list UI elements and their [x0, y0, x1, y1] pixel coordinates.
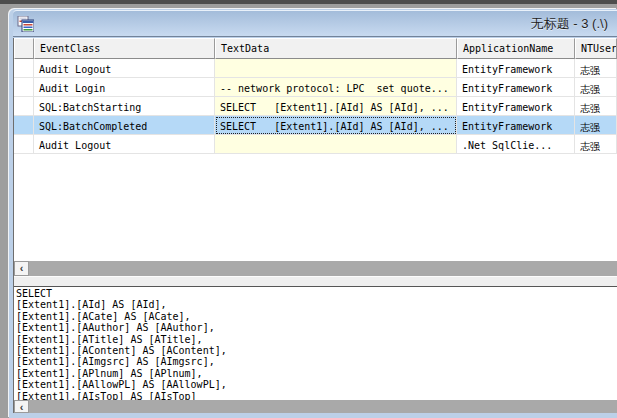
table-row[interactable]: Audit Login -- network protocol: LPC set…: [14, 78, 617, 97]
sql-detail-panel: SELECT [Extent1].[AId] AS [AId], [Extent…: [14, 286, 617, 400]
column-header-textdata[interactable]: TextData: [215, 38, 457, 59]
row-selector-cell[interactable]: [14, 97, 34, 116]
cell-nt-user-name[interactable]: 志强: [575, 78, 617, 97]
detail-horizontal-scrollbar[interactable]: ‹: [14, 400, 617, 413]
grid-horizontal-scrollbar[interactable]: ‹: [14, 261, 617, 276]
trace-window-icon[interactable]: [17, 16, 34, 32]
window-title: 无标题 - 3 (.\): [34, 15, 617, 33]
trace-content: EventClass TextData ApplicationName NTUs…: [13, 38, 617, 413]
grid-empty-area: [14, 154, 617, 261]
cell-text-data[interactable]: [215, 135, 457, 154]
sql-text: SELECT [Extent1].[AId] AS [AId], [Extent…: [16, 288, 617, 400]
column-header-ntusername[interactable]: NTUserName: [575, 38, 617, 59]
table-row[interactable]: Audit Logout EntityFramework 志强: [14, 59, 617, 78]
row-selector-cell[interactable]: [14, 116, 34, 135]
cell-event-class[interactable]: SQL:BatchStarting: [34, 97, 215, 116]
cell-event-class[interactable]: Audit Logout: [34, 59, 215, 78]
cell-text-data[interactable]: [215, 59, 457, 78]
cell-application-name[interactable]: EntityFramework: [457, 59, 575, 78]
app-top-edge: [0, 0, 617, 4]
table-row[interactable]: SQL:BatchStarting SELECT [Extent1].[AId]…: [14, 97, 617, 116]
column-header-applicationname[interactable]: ApplicationName: [457, 38, 575, 59]
scroll-left-icon[interactable]: ‹: [14, 261, 29, 276]
pane-splitter[interactable]: [14, 276, 617, 286]
scrollbar-track[interactable]: [29, 261, 617, 276]
cell-event-class[interactable]: SQL:BatchCompleted: [34, 116, 215, 135]
cell-application-name[interactable]: EntityFramework: [457, 97, 575, 116]
grid-header-row: EventClass TextData ApplicationName NTUs…: [14, 38, 617, 59]
cell-text-data[interactable]: -- network protocol: LPC set quote...: [215, 78, 457, 97]
column-header-eventclass[interactable]: EventClass: [34, 38, 215, 59]
cell-nt-user-name[interactable]: 志强: [575, 97, 617, 116]
cell-nt-user-name[interactable]: 志强: [575, 59, 617, 78]
column-header-selector[interactable]: [14, 38, 34, 59]
row-selector-cell[interactable]: [14, 78, 34, 97]
cell-nt-user-name[interactable]: 志强: [575, 135, 617, 154]
cell-text-data[interactable]: SELECT [Extent1].[AId] AS [AId], ...: [215, 116, 457, 135]
table-row[interactable]: SQL:BatchCompleted SELECT [Extent1].[AId…: [14, 116, 617, 135]
scroll-left-icon[interactable]: ‹: [14, 400, 29, 413]
trace-window: 无标题 - 3 (.\) EventClass TextData Applica…: [9, 9, 617, 418]
row-selector-cell[interactable]: [14, 135, 34, 154]
titlebar[interactable]: 无标题 - 3 (.\): [13, 10, 617, 37]
scrollbar-track[interactable]: [29, 400, 617, 413]
table-row[interactable]: Audit Logout .Net SqlClie... 志强: [14, 135, 617, 154]
cell-application-name[interactable]: .Net SqlClie...: [457, 135, 575, 154]
cell-event-class[interactable]: Audit Logout: [34, 135, 215, 154]
cell-nt-user-name[interactable]: 志强: [575, 116, 617, 135]
cell-event-class[interactable]: Audit Login: [34, 78, 215, 97]
row-selector-cell[interactable]: [14, 59, 34, 78]
cell-text-data[interactable]: SELECT [Extent1].[AId] AS [AId], ...: [215, 97, 457, 116]
cell-application-name[interactable]: EntityFramework: [457, 78, 575, 97]
cell-application-name[interactable]: EntityFramework: [457, 116, 575, 135]
